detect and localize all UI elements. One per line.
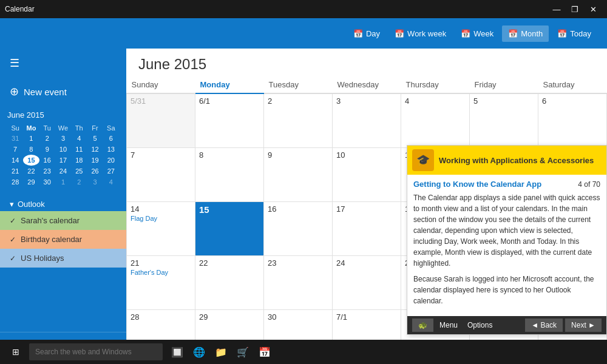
mini-cal-day[interactable]: 1 (23, 133, 39, 144)
cal-day-cell[interactable]: 6 (538, 93, 607, 147)
mini-cal-day[interactable]: 24 (55, 166, 71, 177)
mini-cal-day[interactable]: 21 (7, 166, 23, 177)
explorer-button[interactable]: 📁 (211, 342, 231, 362)
mini-cal-day[interactable]: 12 (87, 144, 103, 155)
cal-day-cell[interactable]: 22 (195, 255, 264, 309)
restore-button[interactable]: ❐ (566, 0, 584, 18)
cal-day-cell[interactable]: 21Father's Day (127, 255, 195, 309)
chevron-icon: ▾ (10, 200, 14, 209)
mini-cal-day[interactable]: 31 (7, 133, 23, 144)
calendar-sarah[interactable]: ✓ Sarah's calendar (0, 211, 126, 230)
cal-day-cell[interactable]: 23 (264, 255, 333, 309)
mini-cal-day[interactable]: 11 (71, 144, 87, 155)
cal-day-cell[interactable]: 3 (333, 93, 401, 147)
mini-cal-day[interactable]: 5 (87, 133, 103, 144)
cal-col-header: Tuesday (264, 76, 333, 93)
day-number: 15 (199, 204, 260, 215)
mini-cal-day[interactable]: 26 (87, 166, 103, 177)
cal-day-cell[interactable]: 2 (264, 93, 333, 147)
calendar-icon: 📅 (461, 29, 470, 38)
mini-cal-day[interactable]: 1 (55, 177, 71, 187)
cal-day-cell[interactable]: 6/1 (195, 93, 264, 147)
edge-button[interactable]: 🌐 (189, 342, 209, 362)
today-view-button[interactable]: 📅 Today (551, 25, 597, 42)
tooltip-next-button[interactable]: Next ► (565, 318, 602, 332)
tooltip-count: 4 of 70 (578, 180, 600, 189)
calendar-taskbar-button[interactable]: 📅 (255, 342, 274, 362)
day-number: 29 (199, 312, 260, 322)
mini-cal-day[interactable]: 7 (7, 144, 23, 155)
hamburger-button[interactable]: ☰ (0, 49, 29, 78)
tooltip-body: Getting to Know the Calendar App 4 of 70… (407, 175, 606, 316)
tooltip-options-button[interactable]: Options (464, 318, 496, 332)
mini-cal-day[interactable]: 30 (39, 177, 55, 187)
taskbar-search-input[interactable] (29, 343, 163, 360)
calendar-holidays[interactable]: ✓ US Holidays (0, 249, 126, 268)
calendar-title: June 2015 (126, 49, 607, 76)
mini-cal-day[interactable]: 27 (103, 166, 119, 177)
tooltip-sub-title: Getting to Know the Calendar App (413, 180, 541, 189)
minimize-button[interactable]: — (548, 0, 566, 18)
calendar-holidays-label: US Holidays (21, 254, 64, 263)
task-view-button[interactable]: 🔲 (168, 342, 187, 362)
store-button[interactable]: 🛒 (233, 342, 253, 362)
cal-day-cell[interactable]: 10 (333, 147, 401, 201)
mini-cal-day[interactable]: 25 (71, 166, 87, 177)
calendar-birthday[interactable]: ✓ Birthday calendar (0, 230, 126, 249)
mini-cal-day[interactable]: 3 (87, 177, 103, 187)
day-number: 22 (199, 258, 260, 268)
mini-cal-day[interactable]: 4 (71, 133, 87, 144)
calendar-icon: 📅 (395, 29, 404, 38)
mini-cal-day[interactable]: 29 (23, 177, 39, 187)
mini-cal-day[interactable]: 3 (55, 133, 71, 144)
main-wrapper: June 2015 SundayMondayTuesdayWednesdayTh… (126, 49, 607, 364)
mini-cal-day[interactable]: 15 (23, 155, 39, 166)
mini-cal-day[interactable]: 9 (39, 144, 55, 155)
tooltip-menu-button[interactable]: Menu (436, 318, 461, 332)
window-controls: — ❐ ✕ (548, 0, 602, 18)
mini-cal-day[interactable]: 14 (7, 155, 23, 166)
tooltip-back-button[interactable]: ◄ Back (525, 318, 563, 332)
mini-cal-day[interactable]: 13 (103, 144, 119, 155)
day-number: 30 (268, 312, 328, 322)
close-button[interactable]: ✕ (584, 0, 602, 18)
mini-cal-day[interactable]: 4 (103, 177, 119, 187)
cal-day-cell[interactable]: 9 (264, 147, 333, 201)
day-view-button[interactable]: 📅 Day (347, 25, 386, 42)
day-number: 14 (131, 204, 191, 214)
start-button[interactable]: ⊞ (5, 341, 27, 363)
day-number: 8 (199, 150, 260, 160)
cal-day-cell[interactable]: 14Flag Day (127, 201, 195, 255)
new-event-button[interactable]: ⊕ New event (0, 80, 126, 103)
mini-cal-day[interactable]: 8 (23, 144, 39, 155)
mini-cal-day[interactable]: 23 (39, 166, 55, 177)
cal-day-cell[interactable]: 16 (264, 201, 333, 255)
day-number: 23 (268, 258, 328, 268)
tooltip-turtleico-btn[interactable]: 🐢 (412, 318, 433, 332)
cal-day-cell[interactable]: 5 (470, 93, 538, 147)
mini-cal-day[interactable]: 6 (103, 133, 119, 144)
month-view-button[interactable]: 📅 Month (502, 25, 549, 42)
mini-cal-day[interactable]: 22 (23, 166, 39, 177)
mini-cal-day[interactable]: 10 (55, 144, 71, 155)
cal-day-cell[interactable]: 17 (333, 201, 401, 255)
mini-cal-day[interactable]: 2 (39, 133, 55, 144)
mini-cal-day[interactable]: 18 (71, 155, 87, 166)
mini-cal-day[interactable]: 19 (87, 155, 103, 166)
cal-day-cell[interactable]: 7 (127, 147, 195, 201)
mini-cal-day[interactable]: 28 (7, 177, 23, 187)
mini-cal-day[interactable]: 17 (55, 155, 71, 166)
cal-day-cell[interactable]: 4 (401, 93, 470, 147)
mini-cal-tue: Tu (39, 123, 55, 133)
workweek-view-button[interactable]: 📅 Work week (388, 25, 452, 42)
mini-cal-day[interactable]: 16 (39, 155, 55, 166)
cal-day-cell[interactable]: 5/31 (127, 93, 195, 147)
cal-day-cell[interactable]: 15 (195, 201, 264, 255)
outlook-header: ▾ Outlook (0, 197, 126, 211)
cal-day-cell[interactable]: 24 (333, 255, 401, 309)
cal-day-cell[interactable]: 8 (195, 147, 264, 201)
cal-col-header: Saturday (538, 76, 607, 93)
mini-cal-day[interactable]: 20 (103, 155, 119, 166)
mini-cal-day[interactable]: 2 (71, 177, 87, 187)
week-view-button[interactable]: 📅 Week (455, 25, 500, 42)
